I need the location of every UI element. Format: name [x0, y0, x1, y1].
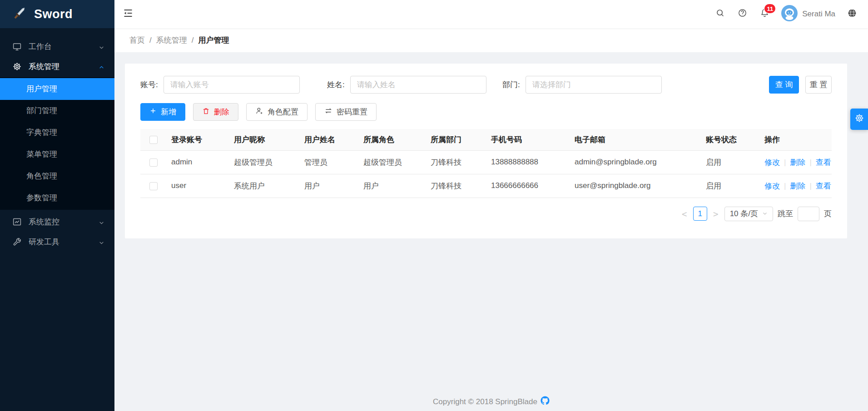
name-input[interactable]: [350, 76, 486, 94]
plus-icon: [149, 107, 157, 117]
cell-name: 用户: [297, 174, 356, 198]
sidebar-item-dict-mgmt[interactable]: 字典管理: [0, 122, 114, 144]
row-checkbox[interactable]: [149, 182, 158, 190]
sidebar-item-menu-mgmt[interactable]: 菜单管理: [0, 144, 114, 165]
app-title: Sword: [34, 7, 73, 21]
sword-icon: [12, 5, 27, 23]
action-divider: |: [784, 158, 786, 167]
sidebar-nav: 工作台 系统管理 用户管理 部门管理 字典管理 菜单管理 角色管理 参数: [0, 28, 114, 251]
sidebar-item-role-mgmt[interactable]: 角色管理: [0, 165, 114, 187]
language-button[interactable]: [841, 0, 863, 28]
sidebar-collapse-button[interactable]: [114, 0, 142, 28]
chevron-down-icon: [762, 209, 768, 218]
copyright-text: Copyright © 2018 SpringBlade: [433, 397, 537, 406]
theme-settings-button[interactable]: [850, 109, 868, 130]
breadcrumb-section[interactable]: 系统管理: [156, 35, 187, 45]
user-management-card: 账号: 姓名: 部门: 查 询 重 置: [125, 64, 847, 238]
col-role: 所属角色: [356, 129, 423, 150]
notifications-button[interactable]: 11: [754, 0, 776, 28]
select-all-checkbox[interactable]: [149, 136, 158, 144]
chevron-down-icon: [99, 219, 104, 225]
account-input[interactable]: [164, 76, 300, 94]
cell-phone: 13666666666: [484, 174, 567, 198]
cell-dept: 刀锋科技: [423, 150, 484, 174]
jump-page-input[interactable]: [798, 207, 819, 221]
role-config-button[interactable]: 角色配置: [246, 103, 308, 121]
sidebar-item-system-monitor[interactable]: 系统监控: [0, 213, 114, 231]
chart-icon: [12, 217, 22, 227]
help-button[interactable]: [731, 0, 754, 28]
page-content: 账号: 姓名: 部门: 查 询 重 置: [114, 52, 868, 411]
view-link[interactable]: 查看: [816, 158, 831, 167]
pagination: < 1 > 10 条/页 跳至 页: [125, 207, 847, 221]
sidebar-item-label: 系统监控: [29, 217, 60, 227]
sidebar-item-user-mgmt[interactable]: 用户管理: [0, 78, 114, 100]
sidebar-item-system-mgmt[interactable]: 系统管理: [0, 57, 114, 75]
filter-row: 账号: 姓名: 部门: 查 询 重 置: [125, 76, 847, 94]
dept-label: 部门:: [502, 79, 520, 90]
sidebar-item-param-mgmt[interactable]: 参数管理: [0, 187, 114, 209]
page-size-value: 10 条/页: [730, 208, 758, 219]
prev-page-button[interactable]: <: [680, 209, 689, 219]
sidebar-item-workbench[interactable]: 工作台: [0, 37, 114, 55]
add-button[interactable]: 新增: [140, 103, 185, 121]
app-logo[interactable]: Sword: [0, 0, 114, 28]
reset-button[interactable]: 重 置: [805, 76, 832, 94]
user-config-icon: [255, 107, 263, 117]
swap-icon: [324, 107, 332, 117]
name-label: 姓名:: [327, 79, 345, 90]
delete-button[interactable]: 删除: [193, 103, 238, 121]
delete-link[interactable]: 删除: [790, 158, 805, 167]
sidebar-item-dept-mgmt[interactable]: 部门管理: [0, 100, 114, 122]
edit-link[interactable]: 修改: [764, 158, 780, 167]
col-nickname: 用户昵称: [227, 129, 297, 150]
page-size-select[interactable]: 10 条/页: [724, 207, 773, 221]
page-unit-label: 页: [824, 208, 832, 219]
add-button-label: 新增: [161, 107, 176, 117]
delete-link[interactable]: 删除: [790, 182, 805, 190]
username: Serati Ma: [802, 10, 835, 19]
wrench-icon: [12, 237, 22, 247]
gear-icon: [12, 62, 22, 71]
question-circle-icon: [738, 8, 747, 20]
jump-label: 跳至: [778, 208, 793, 219]
breadcrumb-home[interactable]: 首页: [129, 35, 145, 45]
page-number[interactable]: 1: [693, 207, 707, 221]
chevron-down-icon: [99, 44, 104, 50]
cell-actions: 修改|删除|查看: [757, 174, 832, 198]
cell-role: 超级管理员: [356, 150, 423, 174]
menu-fold-icon: [123, 8, 134, 21]
filter-actions: 查 询 重 置: [769, 76, 832, 94]
topbar: 11 Serati Ma: [114, 0, 868, 28]
toolbar: 新增 删除 角色配置: [125, 103, 847, 121]
sidebar-item-label: 系统管理: [29, 61, 60, 72]
sidebar-item-dev-tools[interactable]: 研发工具: [0, 233, 114, 251]
chevron-up-icon: [99, 64, 104, 69]
dept-select[interactable]: [526, 76, 662, 94]
topbar-right: 11 Serati Ma: [709, 0, 868, 28]
cell-nickname: 系统用户: [227, 174, 297, 198]
cell-dept: 刀锋科技: [423, 174, 484, 198]
password-reset-button[interactable]: 密码重置: [315, 103, 377, 121]
filter-name: 姓名:: [327, 76, 502, 94]
user-table: 登录账号 用户昵称 用户姓名 所属角色 所属部门 手机号码 电子邮箱 账号状态 …: [140, 129, 832, 198]
breadcrumb-current: 用户管理: [198, 35, 229, 45]
row-checkbox[interactable]: [149, 158, 158, 167]
view-link[interactable]: 查看: [816, 182, 831, 190]
breadcrumb-separator: /: [192, 36, 194, 45]
next-page-button[interactable]: >: [712, 209, 720, 219]
search-button[interactable]: [709, 0, 731, 28]
cell-email: admin@springblade.org: [567, 150, 699, 174]
user-menu[interactable]: Serati Ma: [776, 0, 841, 28]
notification-badge: 11: [764, 4, 775, 13]
footer: Copyright © 2018 SpringBlade: [114, 396, 868, 411]
github-icon[interactable]: [541, 396, 550, 407]
cell-actions: 修改|删除|查看: [757, 150, 832, 174]
sidebar-item-label: 工作台: [29, 41, 52, 52]
search-icon: [715, 8, 725, 20]
col-dept: 所属部门: [423, 129, 484, 150]
edit-link[interactable]: 修改: [764, 182, 780, 190]
search-submit-button[interactable]: 查 询: [769, 76, 799, 94]
cell-role: 用户: [356, 174, 423, 198]
main-area: 11 Serati Ma: [114, 0, 868, 411]
